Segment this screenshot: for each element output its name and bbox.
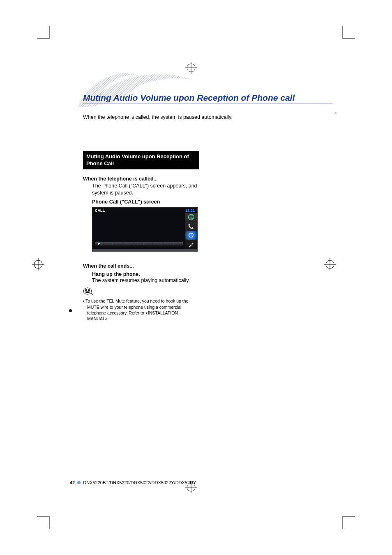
svg-point-8 [83, 288, 92, 294]
body-text: The system resumes playing automatically… [92, 277, 199, 284]
page-footer: 42 DNX5220BT/DNX5220/DDX5022/DDX5022Y/DD… [70, 480, 196, 485]
note-icon [83, 287, 199, 297]
subheading-called: When the telephone is called... [83, 176, 199, 182]
hang-up-instruction: Hang up the phone. [92, 271, 199, 277]
crop-mark-icon [37, 26, 58, 47]
margin-dot-icon [69, 309, 72, 312]
svg-rect-11 [85, 291, 90, 293]
crop-mark-icon [334, 26, 355, 47]
body-text: The Phone Call ("CALL") screen appears, … [92, 183, 199, 197]
crop-mark-icon [37, 508, 58, 529]
svg-rect-9 [85, 289, 87, 291]
svg-rect-10 [88, 289, 90, 291]
note-text: •To use the TEL Mute feature, you need t… [87, 298, 199, 321]
progress-bar: ▶ [95, 242, 183, 246]
brush-stroke-icon [70, 70, 201, 111]
title-underline [83, 104, 332, 104]
call-screen-title: CALL [95, 208, 105, 213]
power-icon [185, 231, 197, 240]
page-number: 42 [70, 480, 75, 485]
settings-icon [185, 240, 197, 249]
phone-icon [185, 222, 197, 231]
crop-mark-icon [334, 508, 355, 529]
play-icon: ▶ [95, 242, 103, 245]
screen-caption: Phone Call ("CALL") screen [92, 199, 199, 205]
page-title: Muting Audio Volume upon Reception of Ph… [83, 93, 295, 103]
footer-bullet-icon [77, 481, 81, 484]
registration-mark-icon [32, 258, 44, 271]
intro-text: When the telephone is called, the system… [83, 114, 233, 120]
section-heading: Muting Audio Volume upon Reception of Ph… [83, 151, 199, 169]
page-edge-mark-icon: ◁ [334, 111, 337, 115]
call-screen-clock: 11:21 [185, 208, 195, 213]
subheading-ends: When the call ends... [83, 263, 199, 269]
footer-models: DNX5220BT/DNX5220/DDX5022/DDX5022Y/DDX52… [83, 480, 196, 485]
globe-icon [185, 213, 197, 222]
call-screen-figure: CALL 11:21 ▶ [92, 207, 198, 252]
